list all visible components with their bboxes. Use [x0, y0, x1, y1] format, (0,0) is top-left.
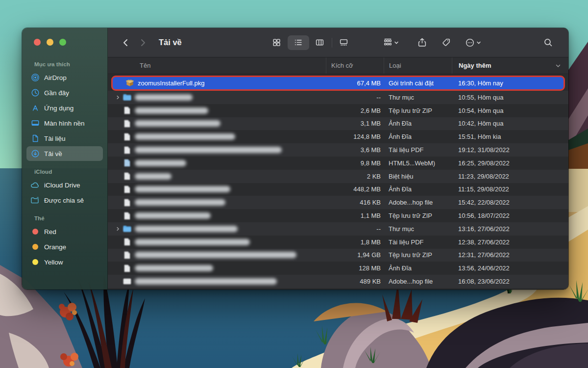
file-icon	[122, 106, 131, 114]
disclosure-triangle-icon[interactable]	[116, 227, 122, 231]
file-kind: Adobe...hop file	[384, 199, 452, 206]
file-size: 2,6 MB	[326, 107, 384, 114]
file-kind: Ảnh Đĩa	[384, 264, 452, 272]
column-header-size[interactable]: Kích cỡ	[326, 57, 384, 74]
file-row[interactable]: 1,8 MBTài liệu PDF12:38, 27/06/2022	[108, 236, 568, 249]
search-icon	[543, 38, 553, 47]
sidebar-item-red[interactable]: Red	[26, 224, 103, 239]
sidebar-item-orange[interactable]: Orange	[26, 239, 103, 254]
file-name: zoomusInstallerFull.pkg	[138, 79, 205, 87]
file-row-selected[interactable]: zoomusInstallerFull.pkg67,4 MBGói trình …	[111, 76, 565, 91]
file-row[interactable]: 416 KBAdobe...hop file15:42, 22/08/2022	[108, 196, 568, 209]
file-size: 1,94 GB	[326, 251, 384, 259]
sidebar-item-label: Tải về	[44, 150, 62, 158]
disclosure-triangle-icon[interactable]	[116, 95, 122, 100]
sidebar-item-man-hinh-nen[interactable]: Màn hình nền	[26, 116, 103, 131]
sidebar-item-tai-ve[interactable]: Tải về	[26, 146, 103, 161]
clock-icon	[30, 88, 40, 98]
sidebar-item-tai-lieu[interactable]: Tài liệu	[26, 131, 103, 146]
redacted-file-name	[135, 186, 230, 192]
sidebar-item-icloud-drive[interactable]: iCloud Drive	[26, 178, 103, 192]
close-button[interactable]	[34, 39, 41, 46]
sort-chevron-down-icon[interactable]	[555, 63, 561, 69]
sidebar-section-label: Thẻ	[22, 211, 107, 224]
file-date-added: 12:38, 27/06/2022	[452, 238, 568, 246]
file-row[interactable]: 1,1 MBTệp lưu trữ ZIP10:56, 18/07/2022	[108, 209, 568, 222]
file-row[interactable]: 2,6 MBTệp lưu trữ ZIP10:54, Hôm qua	[108, 104, 568, 117]
sidebar-item-label: iCloud Drive	[44, 182, 80, 189]
file-icon	[122, 185, 131, 193]
file-size: 2 KB	[326, 173, 384, 180]
file-icon	[122, 133, 131, 141]
file-date-added: 11:23, 29/08/2022	[452, 173, 568, 180]
redacted-file-name	[135, 239, 250, 245]
file-kind: HTML5...WebM)	[384, 159, 452, 167]
file-name-cell	[108, 212, 326, 220]
file-row[interactable]: 3,6 MBTài liệu PDF19:12, 31/08/2022	[108, 143, 568, 157]
file-size: --	[326, 94, 384, 101]
main-pane: Tải về	[108, 28, 568, 289]
sidebar-item--uoc-chia-se[interactable]: Được chia sẻ	[26, 193, 103, 208]
gallery-view-button[interactable]	[333, 35, 355, 50]
file-kind: Tệp lưu trữ ZIP	[384, 107, 452, 114]
redacted-file-name	[135, 199, 225, 206]
file-name-cell	[108, 120, 326, 128]
file-size: 416 KB	[326, 199, 384, 206]
file-kind: Thư mục	[384, 225, 452, 233]
file-name-cell	[108, 185, 326, 193]
file-date-added: 10:56, 18/07/2022	[452, 212, 568, 219]
sidebar-item-yellow[interactable]: Yellow	[26, 255, 103, 269]
file-row[interactable]: 2 KBBiệt hiệu11:23, 29/08/2022	[108, 170, 568, 183]
list-view-button[interactable]	[288, 35, 309, 50]
sidebar: Mục ưa thíchAirDropGần đâyỨng dụngMàn hì…	[22, 28, 108, 289]
file-name-cell	[108, 238, 326, 246]
icon-view-button[interactable]	[266, 35, 288, 50]
file-kind: Ảnh Đĩa	[384, 120, 452, 127]
file-row[interactable]: 1,94 GBTệp lưu trữ ZIP12:31, 27/06/2022	[108, 249, 568, 262]
column-view-button[interactable]	[309, 35, 331, 50]
file-kind: Tài liệu PDF	[384, 146, 452, 154]
file-row[interactable]: 128 MBẢnh Đĩa13:56, 24/06/2022	[108, 262, 568, 275]
file-kind: Adobe...hop file	[384, 278, 452, 285]
file-row[interactable]: 3,1 MBẢnh Đĩa10:42, Hôm qua	[108, 117, 568, 131]
zoom-button[interactable]	[59, 39, 66, 46]
sidebar-item-label: Orange	[44, 243, 66, 251]
file-row[interactable]: 448,2 MBẢnh Đĩa11:15, 29/08/2022	[108, 183, 568, 196]
file-row[interactable]: 489 KBAdobe...hop file16:08, 23/06/2022	[108, 275, 568, 288]
gallery-view-icon	[339, 38, 348, 47]
column-header-name[interactable]: Tên	[108, 57, 326, 74]
file-name-cell: zoomusInstallerFull.pkg	[113, 79, 326, 87]
column-headers: Tên Kích cỡ Loại Ngày thêm	[108, 57, 568, 74]
file-name-cell	[108, 225, 326, 233]
sidebar-item-ung-dung[interactable]: Ứng dụng	[26, 101, 103, 115]
chevron-right-icon	[138, 38, 147, 47]
sidebar-item-gan-ay[interactable]: Gần đây	[26, 85, 103, 100]
column-header-kind[interactable]: Loại	[384, 57, 452, 74]
folder-icon	[122, 225, 131, 233]
minimize-button[interactable]	[47, 39, 53, 46]
file-size: 128 MB	[326, 264, 384, 272]
file-name-cell	[108, 133, 326, 141]
file-row[interactable]: --Thư mục13:16, 27/06/2022	[108, 222, 568, 236]
back-button[interactable]	[118, 35, 134, 50]
sidebar-item-label: Red	[44, 228, 56, 236]
file-row[interactable]: 9,8 MBHTML5...WebM)16:25, 29/08/2022	[108, 157, 568, 170]
sidebar-section-the: ThẻRedOrangeYellow	[22, 211, 107, 269]
chevron-down-icon	[394, 40, 399, 45]
file-row[interactable]: 124,8 MBẢnh Đĩa15:51, Hôm kia	[108, 130, 568, 143]
file-row[interactable]: --Thư mục10:55, Hôm qua	[108, 91, 568, 104]
share-button[interactable]	[413, 35, 432, 50]
search-button[interactable]	[538, 35, 558, 50]
forward-button[interactable]	[134, 35, 151, 50]
group-by-icon	[383, 38, 392, 47]
sidebar-item-airdrop[interactable]: AirDrop	[26, 70, 103, 85]
file-icon	[122, 146, 131, 154]
tag-dot	[30, 242, 40, 252]
airdrop-icon	[30, 73, 40, 82]
group-by-button[interactable]	[378, 35, 404, 50]
file-date-added: 13:56, 24/06/2022	[452, 264, 568, 272]
column-header-date-added[interactable]: Ngày thêm	[452, 57, 568, 74]
tags-button[interactable]	[437, 35, 456, 50]
file-date-added: 19:12, 31/08/2022	[452, 146, 568, 154]
more-options-button[interactable]	[461, 35, 486, 50]
